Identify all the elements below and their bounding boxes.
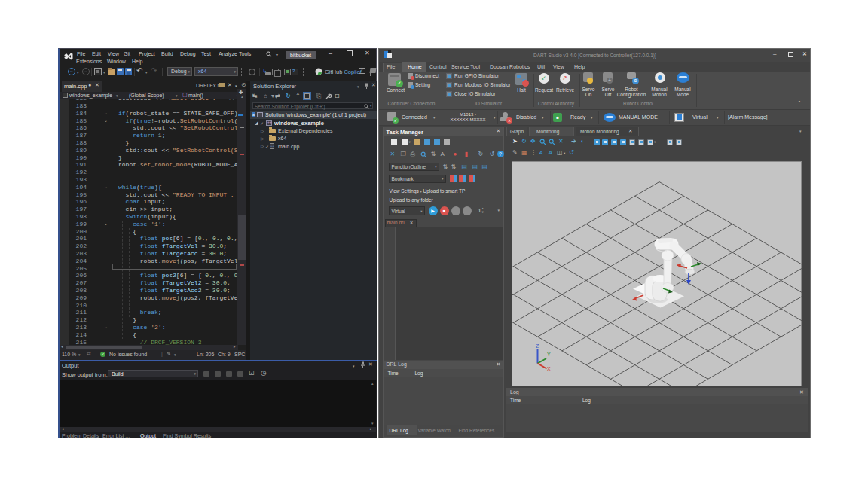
svg-text:Y: Y <box>547 352 551 357</box>
svg-text:X: X <box>547 366 551 371</box>
svg-text:Z: Z <box>536 343 539 349</box>
